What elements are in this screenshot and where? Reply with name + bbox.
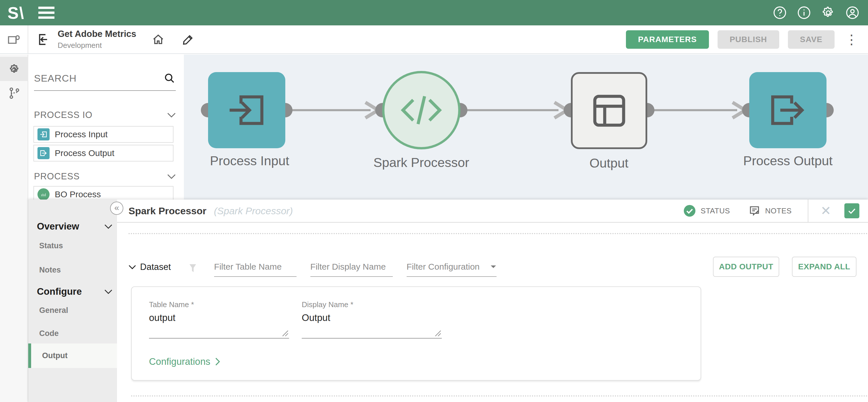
node-process-input[interactable] [208,72,285,148]
pipeline-title: Get Adobe Metrics [58,29,136,39]
stage-config-panel: Overview Status Notes Configure General … [28,200,868,402]
chevron-down-icon [167,174,176,179]
dataset-label: Dataset [140,262,171,272]
filter-table-name-input[interactable]: Filter Table Name [214,262,297,277]
section-label: PROCESS [34,171,167,182]
chevron-down-icon [128,265,136,269]
publish-button[interactable]: PUBLISH [718,30,779,49]
nav-general[interactable]: General [39,306,68,315]
config-panel-header: Spark Processor (Spark Processor) STATUS… [117,200,868,223]
rail-item-pipelines[interactable] [0,81,28,105]
nav-output-selected[interactable]: Output [28,343,117,368]
display-name-label: Display Name * [302,300,353,309]
node-output[interactable] [571,72,647,149]
nav-label: Configure [37,286,82,297]
nav-code[interactable]: Code [39,329,59,338]
nav-overview[interactable]: Overview [37,221,113,232]
pipeline-environment: Development [58,41,136,50]
palette-item-process-output[interactable]: Process Output [33,145,174,162]
dropdown-arrow-icon [490,265,497,269]
section-label: PROCESS IO [34,110,167,120]
rail-header-cell [0,25,28,53]
node-process-output[interactable] [749,72,827,148]
chevron-right-icon [215,357,220,366]
collapse-panel-icon[interactable]: « [110,202,123,215]
process-input-node-icon [224,87,270,133]
check-icon [847,206,857,216]
save-button[interactable]: SAVE [788,30,835,49]
palette-item-label: Process Output [55,148,115,158]
node-spark-processor[interactable] [382,71,461,149]
nav-label: Output [42,351,67,360]
table-name-label: Table Name * [149,300,194,309]
search-placeholder: SEARCH [34,73,163,84]
home-icon[interactable] [151,33,165,47]
filter-configuration-label: Filter Configuration [407,262,479,271]
palette-item-process-input[interactable]: Process Input [33,126,174,143]
palette-search-field[interactable]: SEARCH [34,72,176,91]
status-toggle[interactable]: STATUS [683,204,730,217]
palette-item-label: Process Input [55,130,107,139]
topbar-actions [773,6,859,20]
display-name-underline [302,338,442,339]
top-app-bar: S\ [0,0,868,25]
apply-check-button[interactable] [844,203,859,218]
left-rail [0,55,28,402]
node-label-process-output: Process Output [739,153,837,169]
code-node-icon [397,89,446,132]
info-icon[interactable] [797,6,811,20]
stage-name: Spark Processor [128,205,206,217]
resize-grip-icon[interactable] [435,330,441,337]
stage-type: (Spark Processor) [214,205,293,217]
chevron-down-icon [104,224,113,229]
table-name-value[interactable]: output [149,312,176,323]
table-name-underline [149,338,289,339]
breadcrumb: Get Adobe Metrics Development [36,29,195,50]
dataset-toolbar: Dataset Filter Table Name Filter Display… [128,257,857,277]
table-node-icon [588,89,631,132]
status-check-icon [683,204,696,217]
notes-icon [748,205,761,217]
display-name-value[interactable]: Output [302,312,330,323]
process-input-icon [37,128,50,140]
branch-icon [7,87,21,100]
filter-funnel-icon [188,264,198,277]
status-label: STATUS [701,206,730,216]
header-divider [808,199,808,222]
expand-all-button[interactable]: EXPAND ALL [792,257,857,277]
help-icon[interactable] [773,6,787,20]
palette-section-process[interactable]: PROCESS [34,171,176,182]
close-panel-icon[interactable]: ✕ [820,204,831,217]
pipeline-title-block: Get Adobe Metrics Development [58,29,136,50]
dataset-collapse-toggle[interactable]: Dataset [128,262,171,277]
output-dataset-card: Table Name * output Display Name * Outpu… [131,286,701,381]
nav-notes[interactable]: Notes [39,266,61,275]
add-output-button[interactable]: ADD OUTPUT [713,257,779,277]
app-logo: S\ [7,3,25,23]
resize-grip-icon[interactable] [282,330,288,337]
more-options-icon[interactable]: ⋮ [843,33,860,46]
rail-item-process-designer[interactable] [0,57,28,81]
configurations-link[interactable]: Configurations [149,356,220,367]
dashed-separator [131,395,868,397]
node-label-process-input: Process Input [200,153,299,169]
hamburger-menu-icon[interactable] [38,7,55,19]
filter-configuration-select[interactable]: Filter Configuration [407,262,497,277]
edit-pencil-icon[interactable] [181,33,195,47]
bo-process-icon [37,188,50,200]
back-icon[interactable] [36,32,51,47]
configurations-label: Configurations [149,356,210,367]
parameters-button[interactable]: PARAMETERS [626,30,709,49]
notes-toggle[interactable]: NOTES [748,205,792,217]
filter-display-name-input[interactable]: Filter Display Name [310,262,393,277]
nav-label: Overview [37,221,79,232]
notes-label: NOTES [765,206,792,216]
search-icon [163,72,176,85]
nav-configure[interactable]: Configure [37,286,113,297]
pipeline-editor: S\ [0,0,868,402]
settings-icon[interactable] [821,6,835,20]
account-icon[interactable] [845,6,859,20]
scroll-icon[interactable] [6,32,21,47]
nav-status[interactable]: Status [39,241,63,250]
palette-section-process-io[interactable]: PROCESS IO [34,110,176,120]
